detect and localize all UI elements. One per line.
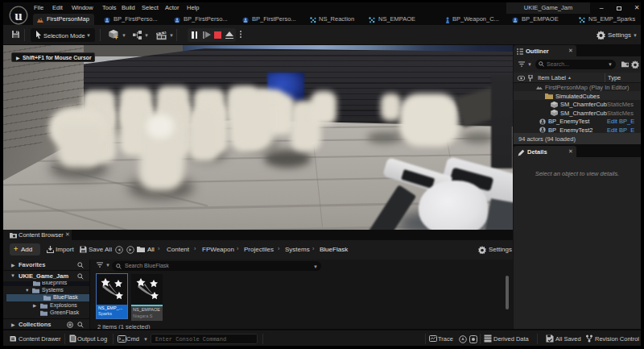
svg-text:u: u xyxy=(14,8,22,23)
